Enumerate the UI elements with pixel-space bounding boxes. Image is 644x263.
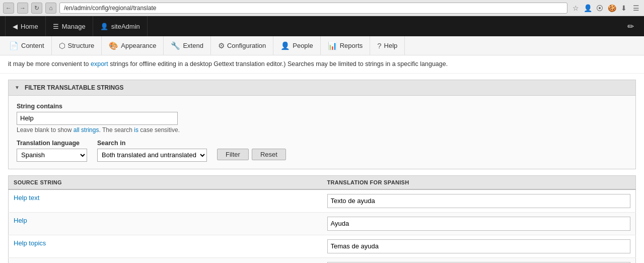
collapse-icon[interactable]: ▼ xyxy=(15,85,20,90)
bookmark-icon[interactable]: ☆ xyxy=(570,3,581,13)
intro-before: it may be more convenient to xyxy=(8,60,91,68)
source-cell: Help topics xyxy=(9,235,322,257)
table-row: Help topics xyxy=(9,235,636,257)
reports-icon: 📊 xyxy=(328,41,337,50)
filter-header: ▼ FILTER TRANSLATABLE STRINGS xyxy=(9,80,635,96)
filter-title: FILTER TRANSLATABLE STRINGS xyxy=(25,84,124,91)
filter-hint: Leave blank to show all strings. The sea… xyxy=(17,126,627,134)
refresh-button[interactable]: ↻ xyxy=(31,3,42,14)
nav-configuration-label: Configuration xyxy=(227,42,266,49)
search-in-label: Search in xyxy=(97,140,207,147)
search-in-select[interactable]: Both translated and untranslated Only tr… xyxy=(97,149,207,162)
table-row: Help is available... xyxy=(9,257,636,263)
translation-cell xyxy=(322,189,636,213)
source-cell: Help text xyxy=(9,189,322,213)
nav-menu: 📄 Content ⬡ Structure 🎨 Appearance 🔧 Ext… xyxy=(0,36,644,55)
nav-structure[interactable]: ⬡ Structure xyxy=(52,36,102,55)
nav-structure-label: Structure xyxy=(68,42,95,49)
reset-button[interactable]: Reset xyxy=(252,149,286,160)
filter-body: String contains Leave blank to show all … xyxy=(9,96,635,169)
back-button[interactable]: ← xyxy=(3,3,14,14)
hint-all-strings-link[interactable]: all strings xyxy=(74,126,99,134)
translation-language-label: Translation language xyxy=(17,140,87,147)
filter-inline-row: Translation language Spanish English Sea… xyxy=(17,140,627,162)
string-contains-row: String contains Leave blank to show all … xyxy=(17,103,627,134)
table-row: Help xyxy=(9,212,636,235)
browser-menu-icon[interactable]: ☰ xyxy=(631,3,641,13)
content-icon: 📄 xyxy=(9,41,19,50)
search-in-group: Search in Both translated and untranslat… xyxy=(97,140,207,162)
address-bar[interactable] xyxy=(59,3,567,14)
intro-text: it may be more convenient to export stri… xyxy=(0,55,644,74)
hint-middle: . The search xyxy=(99,126,134,134)
home-button[interactable]: ⌂ xyxy=(45,3,56,14)
intro-after: strings for offline editing in a desktop… xyxy=(108,60,448,68)
toolbar-manage-label: Manage xyxy=(62,23,86,30)
config-icon: ⚙ xyxy=(218,41,225,50)
hint-is-link[interactable]: is xyxy=(134,126,138,134)
browser-icon-1[interactable]: ⦿ xyxy=(595,3,605,13)
translation-input[interactable] xyxy=(327,194,631,208)
translation-input[interactable] xyxy=(327,239,631,253)
string-contains-input[interactable] xyxy=(17,112,178,125)
filter-button[interactable]: Filter xyxy=(217,149,249,160)
filter-section: ▼ FILTER TRANSLATABLE STRINGS String con… xyxy=(8,80,636,169)
toolbar-edit-button[interactable]: ✏ xyxy=(622,22,639,31)
toolbar-user-label: siteAdmin xyxy=(111,23,140,30)
string-contains-label: String contains xyxy=(17,103,627,110)
translation-cell xyxy=(322,257,636,263)
user-icon: 👤 xyxy=(100,23,108,30)
help-icon: ? xyxy=(377,41,381,50)
nav-people-label: People xyxy=(293,42,313,49)
nav-help[interactable]: ? Help xyxy=(370,36,405,55)
user-profile-icon[interactable]: 👤 xyxy=(583,3,593,13)
people-icon: 👤 xyxy=(280,41,290,50)
toolbar-home-label: Home xyxy=(21,23,38,30)
forward-button[interactable]: → xyxy=(17,3,28,14)
toolbar-manage[interactable]: ☰ Manage xyxy=(46,16,93,36)
browser-icon-3[interactable]: ⬇ xyxy=(619,3,629,13)
source-cell: Help is available... xyxy=(9,257,322,263)
nav-help-label: Help xyxy=(384,42,398,49)
toolbar-home[interactable]: ◀ Home xyxy=(5,16,46,36)
nav-appearance-label: Appearance xyxy=(121,42,156,49)
translation-language-group: Translation language Spanish English xyxy=(17,140,87,162)
nav-extend-label: Extend xyxy=(183,42,203,49)
hint-before: Leave blank to show xyxy=(17,126,74,134)
translation-cell xyxy=(322,235,636,257)
browser-icons: ☆ 👤 ⦿ 🍪 ⬇ ☰ xyxy=(570,3,641,13)
nav-configuration[interactable]: ⚙ Configuration xyxy=(211,36,273,55)
home-arrow-icon: ◀ xyxy=(13,23,18,30)
filter-actions: Filter Reset xyxy=(217,140,286,160)
col-translation-header: TRANSLATION FOR SPANISH xyxy=(322,175,636,189)
intro-export-link[interactable]: export xyxy=(91,60,108,68)
table-row: Help text xyxy=(9,189,636,213)
hint-after: case sensitive. xyxy=(138,126,180,134)
structure-icon: ⬡ xyxy=(59,41,65,50)
table-header-row: SOURCE STRING TRANSLATION FOR SPANISH xyxy=(9,175,636,189)
source-string-link[interactable]: Help text xyxy=(14,194,39,202)
content-area: it may be more convenient to export stri… xyxy=(0,55,644,263)
hamburger-icon: ☰ xyxy=(53,23,59,30)
browser-chrome: ← → ↻ ⌂ ☆ 👤 ⦿ 🍪 ⬇ ☰ xyxy=(0,0,644,16)
browser-icon-2[interactable]: 🍪 xyxy=(607,3,617,13)
source-string-link[interactable]: Help xyxy=(14,217,27,224)
nav-content-label: Content xyxy=(21,42,44,49)
translation-cell xyxy=(322,212,636,235)
appearance-icon: 🎨 xyxy=(109,41,118,50)
source-string-link[interactable]: Help topics xyxy=(14,239,46,247)
col-source-header: SOURCE STRING xyxy=(9,175,322,189)
nav-reports[interactable]: 📊 Reports xyxy=(321,36,371,55)
nav-content[interactable]: 📄 Content xyxy=(2,36,52,55)
toolbar-user[interactable]: 👤 siteAdmin xyxy=(93,16,148,36)
nav-extend[interactable]: 🔧 Extend xyxy=(164,36,210,55)
extend-icon: 🔧 xyxy=(171,41,180,50)
nav-reports-label: Reports xyxy=(340,42,363,49)
translation-language-select[interactable]: Spanish English xyxy=(17,149,87,162)
admin-toolbar: ◀ Home ☰ Manage 👤 siteAdmin ✏ xyxy=(0,16,644,36)
results-table: SOURCE STRING TRANSLATION FOR SPANISH He… xyxy=(8,175,636,263)
nav-people[interactable]: 👤 People xyxy=(273,36,320,55)
translation-input[interactable] xyxy=(327,217,631,231)
source-cell: Help xyxy=(9,212,322,235)
nav-appearance[interactable]: 🎨 Appearance xyxy=(102,36,164,55)
